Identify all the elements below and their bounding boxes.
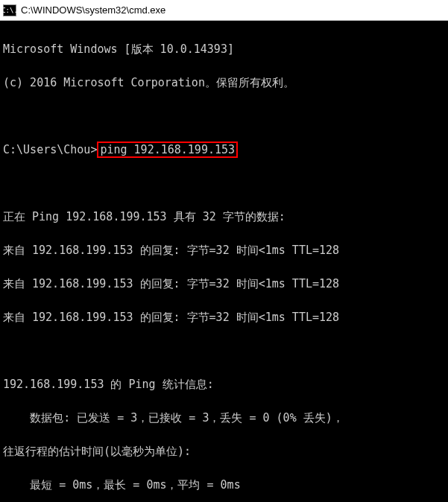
window-title: C:\WINDOWS\system32\cmd.exe (21, 4, 165, 16)
output-line (3, 108, 445, 125)
window-titlebar[interactable]: C:\. C:\WINDOWS\system32\cmd.exe (0, 0, 448, 21)
terminal-output[interactable]: Microsoft Windows [版本 10.0.14393] (c) 20… (0, 21, 448, 502)
output-line: 来自 192.168.199.153 的回复: 字节=32 时间<1ms TTL… (3, 242, 445, 259)
output-line: 正在 Ping 192.168.199.153 具有 32 字节的数据: (3, 209, 445, 226)
output-line: 来自 192.168.199.153 的回复: 字节=32 时间<1ms TTL… (3, 309, 445, 326)
output-line: 数据包: 已发送 = 3，已接收 = 3，丢失 = 0 (0% 丢失)， (3, 410, 445, 427)
output-line (3, 175, 445, 192)
output-line: (c) 2016 Microsoft Corporation。保留所有权利。 (3, 74, 445, 92)
output-line: 最短 = 0ms，最长 = 0ms，平均 = 0ms (3, 477, 445, 494)
output-line: 192.168.199.153 的 Ping 统计信息: (3, 376, 445, 393)
cmd-icon: C:\. (3, 4, 16, 16)
prompt: C:\Users\Chou> (3, 143, 97, 156)
output-line: Microsoft Windows [版本 10.0.14393] (3, 41, 445, 58)
output-line: 往返行程的估计时间(以毫秒为单位): (3, 443, 445, 460)
output-line: 来自 192.168.199.153 的回复: 字节=32 时间<1ms TTL… (3, 276, 445, 293)
prompt-line: C:\Users\Chou>ping 192.168.199.153 (3, 142, 445, 159)
highlighted-command: ping 192.168.199.153 (97, 142, 238, 158)
output-line (3, 343, 445, 360)
